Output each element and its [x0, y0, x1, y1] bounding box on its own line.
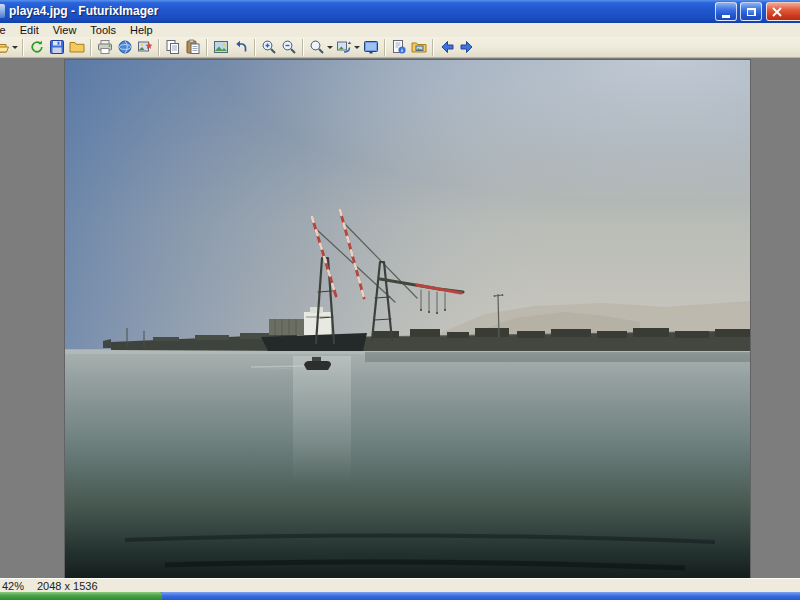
- back-icon: [439, 39, 455, 55]
- photo-viewport[interactable]: [65, 60, 750, 578]
- app-icon: [0, 4, 5, 18]
- toolbar-group: [259, 37, 299, 58]
- paste-icon: [185, 39, 201, 55]
- save-button[interactable]: [47, 38, 67, 57]
- photo-right-pier: [363, 328, 750, 351]
- zoom-level-icon: [309, 39, 325, 55]
- status-zoom-level: 42%: [2, 580, 24, 592]
- menu-help[interactable]: Help: [123, 23, 160, 37]
- undo-button[interactable]: [231, 38, 251, 57]
- restore-button[interactable]: [740, 2, 762, 21]
- minimize-button[interactable]: [715, 2, 737, 21]
- toolbar-separator: [90, 39, 92, 56]
- convert-icon: [117, 39, 133, 55]
- convert-button[interactable]: [115, 38, 135, 57]
- windows-taskbar: [0, 592, 800, 600]
- chevron-down-icon: [354, 46, 360, 49]
- copy-icon: [165, 39, 181, 55]
- zoom-in-icon: [261, 39, 277, 55]
- menu-edit[interactable]: Edit: [13, 23, 46, 37]
- toolbar: [0, 37, 800, 58]
- browse-button[interactable]: [409, 38, 429, 57]
- screen: { "window": { "title": "playa4.jpg - Fut…: [0, 0, 800, 600]
- close-icon: [772, 7, 782, 17]
- status-bar: 42% 2048 x 1536: [0, 578, 800, 592]
- reload-button[interactable]: [27, 38, 47, 57]
- open-icon: [0, 39, 10, 55]
- window-title: playa4.jpg - FuturixImager: [9, 4, 158, 18]
- toolbar-separator: [432, 39, 434, 56]
- menu-bar: FileEditViewToolsHelp: [0, 23, 800, 37]
- zoom-in-button[interactable]: [259, 38, 279, 57]
- undo-icon: [233, 39, 249, 55]
- info-button[interactable]: [389, 38, 409, 57]
- zoom-out-button[interactable]: [279, 38, 299, 57]
- close-button[interactable]: [766, 2, 800, 21]
- start-button[interactable]: [0, 592, 162, 600]
- zoom-out-icon: [281, 39, 297, 55]
- folder-icon: [69, 39, 85, 55]
- toolbar-group: [211, 37, 251, 58]
- save-icon: [49, 39, 65, 55]
- toolbar-group: [163, 37, 203, 58]
- effects-icon: [137, 39, 153, 55]
- wallpaper-icon: [213, 39, 229, 55]
- fullscreen-button[interactable]: [361, 38, 381, 57]
- toolbar-group: [389, 37, 429, 58]
- forward-icon: [459, 39, 475, 55]
- image-canvas-background: [0, 58, 800, 578]
- toolbar-separator: [384, 39, 386, 56]
- menu-tools[interactable]: Tools: [83, 23, 123, 37]
- back-button[interactable]: [437, 38, 457, 57]
- transform-button[interactable]: [334, 38, 361, 57]
- toolbar-group: [437, 37, 477, 58]
- toolbar-separator: [22, 39, 24, 56]
- harbor-photo: [65, 60, 750, 578]
- effects-button[interactable]: [135, 38, 155, 57]
- paste-button[interactable]: [183, 38, 203, 57]
- print-icon: [97, 39, 113, 55]
- toolbar-group: [95, 37, 155, 58]
- transform-icon: [336, 39, 352, 55]
- info-icon: [391, 39, 407, 55]
- title-bar[interactable]: playa4.jpg - FuturixImager: [0, 0, 800, 23]
- status-image-dimensions: 2048 x 1536: [37, 580, 98, 592]
- toolbar-group: [27, 37, 87, 58]
- open-button[interactable]: [0, 38, 19, 57]
- toolbar-separator: [206, 39, 208, 56]
- toolbar-group: [0, 37, 19, 58]
- chevron-down-icon: [327, 46, 333, 49]
- chevron-down-icon: [12, 46, 18, 49]
- reload-icon: [29, 39, 45, 55]
- browse-icon: [411, 39, 427, 55]
- fullscreen-icon: [363, 39, 379, 55]
- forward-button[interactable]: [457, 38, 477, 57]
- toolbar-group: [307, 37, 381, 58]
- zoom-level-button[interactable]: [307, 38, 334, 57]
- wallpaper-button[interactable]: [211, 38, 231, 57]
- menu-view[interactable]: View: [46, 23, 84, 37]
- minimize-icon: [722, 15, 730, 18]
- menu-file[interactable]: File: [0, 23, 13, 37]
- folder-button[interactable]: [67, 38, 87, 57]
- photo-water: [65, 349, 750, 578]
- toolbar-separator: [302, 39, 304, 56]
- taskbar-strip[interactable]: [162, 592, 800, 600]
- restore-icon: [747, 8, 756, 16]
- toolbar-separator: [254, 39, 256, 56]
- toolbar-separator: [158, 39, 160, 56]
- copy-button[interactable]: [163, 38, 183, 57]
- print-button[interactable]: [95, 38, 115, 57]
